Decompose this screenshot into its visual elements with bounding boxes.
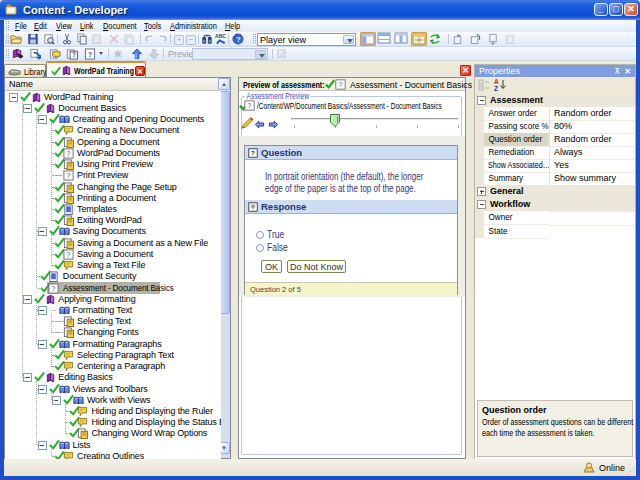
- svg-text:?: ?: [251, 149, 255, 156]
- svg-text:?: ?: [52, 284, 56, 293]
- svg-text:ABC: ABC: [215, 33, 226, 39]
- svg-text:Z: Z: [494, 85, 498, 92]
- svg-text:?: ?: [247, 102, 251, 109]
- svg-text:?: ?: [88, 50, 93, 59]
- svg-text:?: ?: [338, 81, 342, 88]
- svg-text:?: ?: [66, 250, 70, 259]
- svg-text:?: ?: [66, 149, 70, 158]
- svg-text:?: ?: [66, 172, 70, 181]
- svg-text:?: ?: [72, 51, 76, 58]
- svg-text:?: ?: [236, 35, 241, 44]
